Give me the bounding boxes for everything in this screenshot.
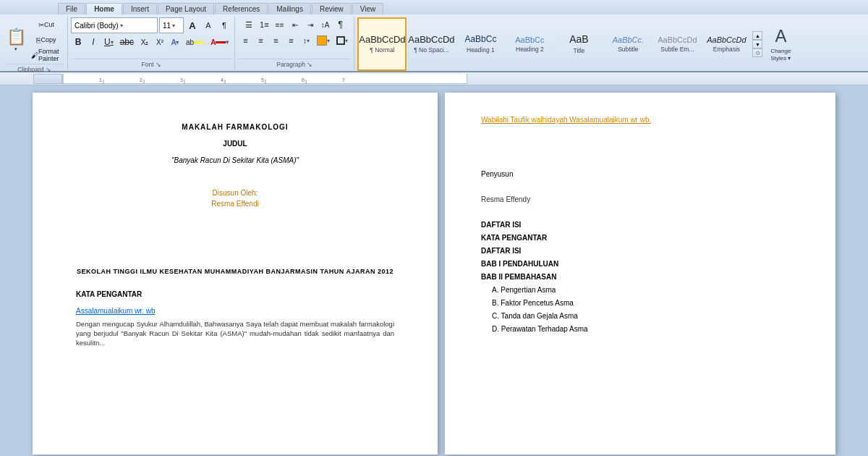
style-title-label: Title bbox=[574, 47, 585, 54]
font-name-select[interactable]: Calibri (Body) ▾ bbox=[71, 17, 158, 33]
svg-text:7: 7 bbox=[342, 77, 345, 83]
font-color-button[interactable]: A ▾ bbox=[208, 35, 231, 49]
style-normal-label: ¶ Normal bbox=[370, 46, 394, 54]
borders-button[interactable]: ▾ bbox=[333, 33, 351, 48]
cut-button[interactable]: ✂ Cut bbox=[28, 17, 64, 32]
toc-item: D. Perawatan Terhadap Asma bbox=[481, 324, 799, 334]
style-heading2[interactable]: AaBbCc Heading 2 bbox=[505, 17, 554, 71]
style-subtitle[interactable]: AaBbCc. Subtitle bbox=[603, 17, 652, 71]
subscript-button[interactable]: X₂ bbox=[137, 35, 152, 49]
styles-scroll-more[interactable]: ◇ bbox=[752, 48, 762, 57]
numbering-button[interactable]: 1≡ bbox=[257, 17, 272, 32]
style-subtle[interactable]: AaBbCcDd Subtle Em... bbox=[652, 17, 702, 71]
toc-item: C. Tanda dan Gejala Asma bbox=[481, 311, 799, 321]
styles-scroll-down[interactable]: ▼ bbox=[752, 40, 762, 48]
font-group: Calibri (Body) ▾ 11 ▾ A A ¶ B I U▾ abc bbox=[68, 16, 235, 69]
tab-page-layout[interactable]: Page Layout bbox=[158, 3, 214, 14]
line-spacing-button[interactable]: ↕▾ bbox=[299, 33, 313, 48]
text-effects-button[interactable]: A▾ bbox=[168, 35, 182, 49]
ruler-left-margin bbox=[33, 74, 62, 84]
tab-view[interactable]: View bbox=[352, 3, 384, 14]
tab-row: File Home Insert Page Layout References … bbox=[0, 0, 868, 14]
font-size-select[interactable]: 11 ▾ bbox=[159, 17, 184, 33]
ruler-marks-svg: 1 2 3 4 5 6 7 bbox=[63, 74, 468, 84]
style-emphasis-preview: AaBbCcDd bbox=[707, 35, 746, 44]
ribbon-main: 📋▾ ✂ Cut ⎘ Copy 🖌 Format Painter Clipboa… bbox=[0, 14, 868, 72]
clear-format-button[interactable]: ¶ bbox=[217, 18, 231, 33]
style-subtle-label: Subtle Em... bbox=[660, 46, 694, 53]
copy-button[interactable]: ⎘ Copy bbox=[28, 33, 64, 47]
increase-indent-button[interactable]: ⇥ bbox=[303, 17, 318, 32]
tab-mailings[interactable]: Mailings bbox=[268, 3, 311, 14]
style-normal[interactable]: AaBbCcDd ¶ Normal bbox=[357, 17, 407, 71]
highlight-button[interactable]: ab bbox=[183, 35, 207, 49]
style-emphasis-label: Emphasis bbox=[713, 46, 740, 53]
increase-font-button[interactable]: A bbox=[185, 18, 200, 33]
opening-link[interactable]: Assalamualaikum wr. wb bbox=[76, 305, 394, 316]
decrease-indent-button[interactable]: ⇤ bbox=[288, 17, 302, 32]
toc-item: DAFTAR ISI bbox=[481, 245, 799, 256]
style-emphasis[interactable]: AaBbCcDd Emphasis bbox=[702, 17, 751, 71]
change-styles-button[interactable]: A ChangeStyles ▾ bbox=[762, 17, 799, 71]
underline-button[interactable]: U▾ bbox=[101, 35, 116, 49]
doc-subtitle: JUDUL bbox=[76, 138, 394, 149]
svg-text:4: 4 bbox=[221, 77, 224, 83]
style-heading2-preview: AaBbCc bbox=[515, 35, 544, 44]
style-heading1-preview: AaBbCc bbox=[464, 35, 496, 44]
closing-salutation: Wabilahi Taufik walhidayah Wasalamualaik… bbox=[481, 114, 799, 125]
svg-text:2: 2 bbox=[140, 77, 142, 83]
show-marks-button[interactable]: ¶ bbox=[333, 17, 348, 32]
clipboard-group: 📋▾ ✂ Cut ⎘ Copy 🖌 Format Painter Clipboa… bbox=[1, 16, 68, 69]
author-name: Resma Effendi bbox=[76, 198, 394, 209]
styles-group: AaBbCcDd ¶ Normal AaBbCcDd ¶ No Spaci...… bbox=[354, 16, 867, 69]
disusun-label: Disusun Oleh: bbox=[76, 187, 394, 198]
format-painter-button[interactable]: 🖌 Format Painter bbox=[28, 48, 64, 62]
bullets-button[interactable]: ☰ bbox=[242, 17, 256, 32]
decrease-font-button[interactable]: A bbox=[201, 18, 216, 33]
tab-references[interactable]: References bbox=[215, 3, 268, 14]
toc-item: DAFTAR ISI bbox=[481, 219, 799, 230]
kata-pengantar-heading: KATA PENGANTAR bbox=[76, 289, 394, 300]
style-title[interactable]: AaB Title bbox=[554, 17, 603, 71]
style-heading1[interactable]: AaBbCc Heading 1 bbox=[456, 17, 505, 71]
toc-item: A. Pengertian Asma bbox=[481, 284, 799, 295]
style-no-spacing[interactable]: AaBbCcDd ¶ No Spaci... bbox=[407, 17, 456, 71]
strikethrough-button[interactable]: abc bbox=[117, 35, 137, 49]
align-left-button[interactable]: ≡ bbox=[238, 33, 252, 48]
ribbon: File Home Insert Page Layout References … bbox=[0, 0, 868, 72]
style-no-spacing-label: ¶ No Spaci... bbox=[414, 46, 449, 54]
svg-text:5: 5 bbox=[261, 77, 264, 83]
align-right-button[interactable]: ≡ bbox=[268, 33, 283, 48]
justify-button[interactable]: ≡ bbox=[284, 33, 298, 48]
svg-text:3: 3 bbox=[180, 77, 183, 83]
paragraph-label: Paragraph ↘ bbox=[238, 59, 351, 68]
superscript-button[interactable]: X² bbox=[153, 35, 167, 49]
tab-insert[interactable]: Insert bbox=[123, 3, 157, 14]
bold-button[interactable]: B bbox=[71, 35, 85, 49]
intro-paragraph: Dengan mengucap Syukur Alhamdulillah, Ba… bbox=[76, 319, 394, 348]
italic-button[interactable]: I bbox=[86, 35, 101, 49]
shading-button[interactable]: ▾ bbox=[314, 33, 333, 48]
font-name-caret: ▾ bbox=[120, 22, 123, 29]
align-center-button[interactable]: ≡ bbox=[253, 33, 268, 48]
toc-item: B. Faktor Pencetus Asma bbox=[481, 297, 799, 308]
svg-text:6: 6 bbox=[302, 77, 305, 83]
styles-scroll: ▲ ▼ ◇ bbox=[752, 31, 762, 57]
font-size-value: 11 bbox=[163, 22, 171, 30]
school-name: SEKOLAH TINGGI ILMU KESEHATAN MUHAMMADIY… bbox=[76, 267, 394, 277]
font-label: Font ↘ bbox=[71, 59, 231, 68]
paste-button[interactable]: 📋▾ bbox=[4, 27, 27, 53]
style-subtitle-label: Subtitle bbox=[618, 46, 638, 53]
style-subtle-preview: AaBbCcDd bbox=[658, 35, 697, 44]
tab-home[interactable]: Home bbox=[86, 3, 122, 14]
page-right: Wabilahi Taufik walhidayah Wasalamualaik… bbox=[445, 93, 835, 455]
font-controls: Calibri (Body) ▾ 11 ▾ A A ¶ B I U▾ abc bbox=[71, 17, 231, 57]
tab-file[interactable]: File bbox=[58, 3, 85, 14]
sort-button[interactable]: ↕A bbox=[318, 17, 333, 32]
multilevel-button[interactable]: ≡≡ bbox=[273, 17, 287, 32]
style-subtitle-preview: AaBbCc. bbox=[613, 35, 644, 44]
ruler: 1 2 3 4 5 6 7 bbox=[0, 72, 868, 85]
styles-scroll-up[interactable]: ▲ bbox=[752, 31, 762, 40]
tab-review[interactable]: Review bbox=[312, 3, 352, 14]
svg-text:1: 1 bbox=[99, 77, 102, 83]
